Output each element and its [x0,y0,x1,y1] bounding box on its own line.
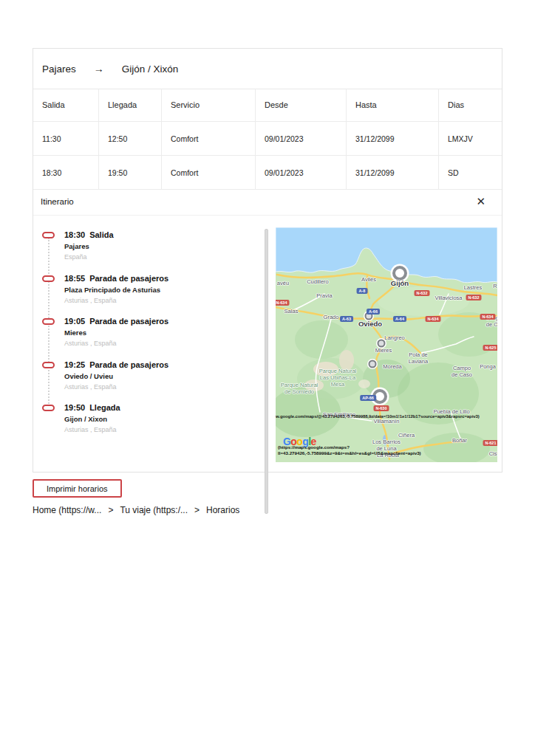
itinerary-stop: 19:05Parada de pasajerosMieresAsturias ,… [42,317,264,360]
map-label: Pravia [316,293,332,300]
map-label: Moreda [383,364,401,371]
table-row[interactable]: 11:3012:50Comfort09/01/202331/12/2099LMX… [33,122,502,156]
map-label: Boñar [452,438,467,444]
road-badge: N-632 [415,290,430,296]
itinerary-stop: 18:55Parada de pasajerosPlaza Principado… [42,274,264,317]
route-arrow-icon: → [94,63,104,75]
road-badge: N-634 [276,300,289,306]
road-badge: A-63 [340,316,353,322]
road-badge: N-625 [483,345,497,351]
column-header: Llegada [99,89,162,121]
stop-event: Parada de pasajeros [89,274,168,283]
table-cell: 11:30 [33,122,99,155]
table-cell: Comfort [162,156,256,189]
road-badge: AP-66 [360,395,376,401]
route-map[interactable]: avéuCudilleroAvilésGijónLastresRVillavic… [276,227,497,462]
map-label: Parque Natural Las Ubiñas-La Mesa [319,368,356,388]
column-header: Servicio [162,89,256,121]
stop-region: Asturias , España [64,426,264,433]
stop-time: 19:50 [64,403,85,412]
stop-time: 18:30 [64,230,85,239]
breadcrumb: Home (https://w...>Tu viaje (https:/...>… [33,505,239,515]
road-badge: A-64 [393,316,406,322]
stops-list: 18:30SalidaPajaresEspaña18:55Parada de p… [42,230,264,447]
stop-region: Asturias , España [64,340,264,347]
stop-time: 19:25 [64,360,85,369]
itinerary-title: Itinerario [41,197,74,206]
table-cell: Comfort [162,122,256,155]
breadcrumb-item[interactable]: Tu viaje (https:/... [120,505,188,515]
stop-event: Salida [89,230,113,239]
stop-time-event: 18:30Salida [64,230,264,239]
map-label: Villamanín [374,419,400,425]
stop-marker-icon [42,405,55,411]
map-label: Gijón [391,279,409,287]
table-cell: SD [439,156,503,189]
stop-marker-icon [42,232,55,238]
map-label: Pola de Laviana [409,352,428,365]
road-badge: N-634 [480,314,496,320]
table-cell: 12:50 [99,122,162,155]
itinerary-stop: 19:50LlegadaGijon / XixonAsturias , Espa… [42,403,264,447]
road-badge: N-632 [466,295,482,300]
map-label: Villaviciosa [435,295,463,302]
stop-region: Asturias , España [64,297,264,304]
map-label: Campo de Caso [451,365,472,379]
stop-station: Gijon / Xixon [64,415,264,423]
map-attribution-url: w.google.com/maps/@43.2794263,-5.7589988… [276,414,497,419]
column-header: Hasta [347,89,439,121]
table-cell: 18:30 [33,156,99,189]
stop-region: España [64,253,264,261]
map-label: Salas [284,309,299,315]
map-label: Mieres [375,348,392,354]
road-badge: A-66 [367,309,380,315]
table-cell: 31/12/2099 [347,156,439,189]
map-terrain-svg [276,227,497,462]
stop-station: Mieres [64,329,264,337]
breadcrumb-item[interactable]: Horarios [206,505,239,515]
map-label: Grado [324,315,339,321]
stop-station: Oviedo / Uvieu [64,372,264,380]
route-origin: Pajares [42,63,76,75]
map-label: Parque Natural de Somiedo [281,382,318,396]
map-attribution-link-line2: ll=43.279426,-5.758999&z=9&t=m&hl=es&gl=… [278,450,421,456]
close-icon[interactable]: ✕ [476,196,485,207]
map-label: avéu [277,281,289,287]
table-cell: 09/01/2023 [256,156,347,189]
road-badge: N-630 [374,405,389,411]
table-cell: 09/01/2023 [256,122,347,155]
stop-time-event: 19:50Llegada [64,403,264,412]
route-destination: Gijón / Xixón [122,63,179,75]
stop-event: Llegada [89,403,120,412]
road-badge: A-8 [357,288,368,294]
map-station-marker [369,360,377,368]
timetable-body: 11:3012:50Comfort09/01/202331/12/2099LMX… [33,122,502,190]
itinerary-scrollbar[interactable] [265,229,268,514]
breadcrumb-separator: > [194,505,200,515]
road-badge: N-634 [426,316,441,322]
map-label: Avilés [361,277,376,284]
map-label: Ciñera [398,433,415,439]
timetable-header: SalidaLlegadaServicioDesdeHastaDias [33,89,502,122]
map-label: Langreo [384,335,405,342]
table-cell: 19:50 [99,156,162,189]
stop-time-event: 18:55Parada de pasajeros [64,274,264,283]
breadcrumb-separator: > [108,505,113,515]
map-label: Cisti [489,451,497,458]
stop-time: 19:05 [64,317,85,326]
print-schedules-button[interactable]: Imprimir horarios [33,479,122,498]
map-attribution-link-line1: (https://maps.google.com/maps? [278,444,350,450]
breadcrumb-item[interactable]: Home (https://w... [33,505,101,515]
route-header: Pajares → Gijón / Xixón [33,49,502,89]
stop-event: Parada de pasajeros [89,317,168,326]
map-station-marker [392,266,407,281]
map-label: Lastres [464,285,483,292]
stop-time-event: 19:05Parada de pasajeros [64,317,264,326]
stop-time-event: 19:25Parada de pasajeros [64,360,264,369]
stop-station: Plaza Principado de Asturias [64,286,264,294]
stop-marker-icon [42,362,55,368]
table-row[interactable]: 18:3019:50Comfort09/01/202331/12/2099SD [33,156,502,190]
stop-station: Pajares [64,242,264,250]
stop-event: Parada de pasajeros [89,360,168,369]
stop-region: Asturias , España [64,383,264,391]
